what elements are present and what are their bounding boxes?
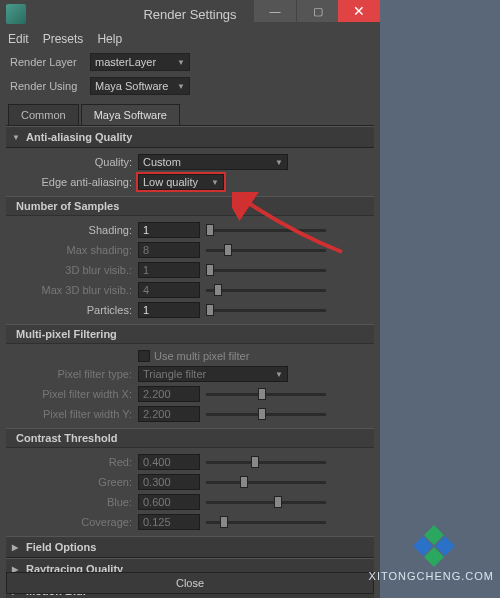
coverage-label: Coverage: — [6, 516, 138, 528]
filter-width-x-label: Pixel filter width X: — [6, 388, 138, 400]
red-input: 0.400 — [138, 454, 200, 470]
section-field-options[interactable]: ▶Field Options — [6, 536, 374, 558]
watermark-text: XITONGCHENG.COM — [369, 570, 494, 582]
app-icon — [6, 4, 26, 24]
menubar: Edit Presets Help — [0, 28, 380, 50]
chevron-down-icon: ▼ — [275, 370, 283, 379]
minimize-button[interactable]: — — [254, 0, 296, 22]
edge-aa-label: Edge anti-aliasing: — [6, 176, 138, 188]
shading-label: Shading: — [6, 224, 138, 236]
render-using-dropdown[interactable]: Maya Software ▼ — [90, 77, 190, 95]
render-layer-row: Render Layer masterLayer ▼ — [0, 50, 380, 74]
subsection-multipixel: Multi-pixel Filtering — [6, 324, 374, 344]
menu-help[interactable]: Help — [97, 32, 122, 46]
filter-width-x-slider — [206, 393, 326, 396]
tabs: Common Maya Software — [0, 98, 380, 125]
menu-presets[interactable]: Presets — [43, 32, 84, 46]
render-layer-dropdown[interactable]: masterLayer ▼ — [90, 53, 190, 71]
blur-visib-slider — [206, 269, 326, 272]
filter-width-y-input: 2.200 — [138, 406, 200, 422]
chevron-down-icon: ▼ — [177, 82, 185, 91]
shading-input[interactable]: 1 — [138, 222, 200, 238]
red-label: Red: — [6, 456, 138, 468]
max-blur-visib-label: Max 3D blur visib.: — [6, 284, 138, 296]
tab-panel: ▼ Anti-aliasing Quality Quality: Custom … — [6, 125, 374, 598]
triangle-right-icon: ▶ — [12, 543, 20, 552]
triangle-down-icon: ▼ — [12, 133, 20, 142]
use-multipixel-label: Use multi pixel filter — [154, 350, 249, 362]
render-settings-window: Render Settings — ▢ ✕ Edit Presets Help … — [0, 0, 380, 598]
shading-slider[interactable] — [206, 229, 326, 232]
subsection-contrast: Contrast Threshold — [6, 428, 374, 448]
filter-width-y-slider — [206, 413, 326, 416]
chevron-down-icon: ▼ — [177, 58, 185, 67]
green-label: Green: — [6, 476, 138, 488]
max-shading-input: 8 — [138, 242, 200, 258]
render-layer-label: Render Layer — [10, 56, 90, 68]
blue-slider — [206, 501, 326, 504]
blue-label: Blue: — [6, 496, 138, 508]
quality-dropdown[interactable]: Custom ▼ — [138, 154, 288, 170]
blur-visib-input: 1 — [138, 262, 200, 278]
maximize-button[interactable]: ▢ — [296, 0, 338, 22]
window-title: Render Settings — [143, 7, 236, 22]
filter-width-y-label: Pixel filter width Y: — [6, 408, 138, 420]
blue-input: 0.600 — [138, 494, 200, 510]
chevron-down-icon: ▼ — [211, 178, 219, 187]
red-slider — [206, 461, 326, 464]
particles-slider[interactable] — [206, 309, 326, 312]
render-using-row: Render Using Maya Software ▼ — [0, 74, 380, 98]
tab-common[interactable]: Common — [8, 104, 79, 125]
coverage-slider — [206, 521, 326, 524]
green-slider — [206, 481, 326, 484]
subsection-samples: Number of Samples — [6, 196, 374, 216]
green-input: 0.300 — [138, 474, 200, 490]
max-blur-visib-input: 4 — [138, 282, 200, 298]
edge-aa-dropdown[interactable]: Low quality ▼ — [138, 174, 224, 190]
use-multipixel-checkbox[interactable] — [138, 350, 150, 362]
tab-maya-software[interactable]: Maya Software — [81, 104, 180, 125]
max-shading-label: Max shading: — [6, 244, 138, 256]
filter-type-dropdown: Triangle filter ▼ — [138, 366, 288, 382]
filter-type-label: Pixel filter type: — [6, 368, 138, 380]
close-button[interactable]: Close — [6, 572, 374, 594]
titlebar: Render Settings — ▢ ✕ — [0, 0, 380, 28]
coverage-input: 0.125 — [138, 514, 200, 530]
watermark-logo — [416, 528, 452, 564]
chevron-down-icon: ▼ — [275, 158, 283, 167]
close-window-button[interactable]: ✕ — [338, 0, 380, 22]
menu-edit[interactable]: Edit — [8, 32, 29, 46]
particles-label: Particles: — [6, 304, 138, 316]
render-using-label: Render Using — [10, 80, 90, 92]
quality-label: Quality: — [6, 156, 138, 168]
blur-visib-label: 3D blur visib.: — [6, 264, 138, 276]
section-anti-aliasing[interactable]: ▼ Anti-aliasing Quality — [6, 126, 374, 148]
max-blur-visib-slider — [206, 289, 326, 292]
max-shading-slider — [206, 249, 326, 252]
window-controls: — ▢ ✕ — [254, 0, 380, 22]
particles-input[interactable]: 1 — [138, 302, 200, 318]
filter-width-x-input: 2.200 — [138, 386, 200, 402]
